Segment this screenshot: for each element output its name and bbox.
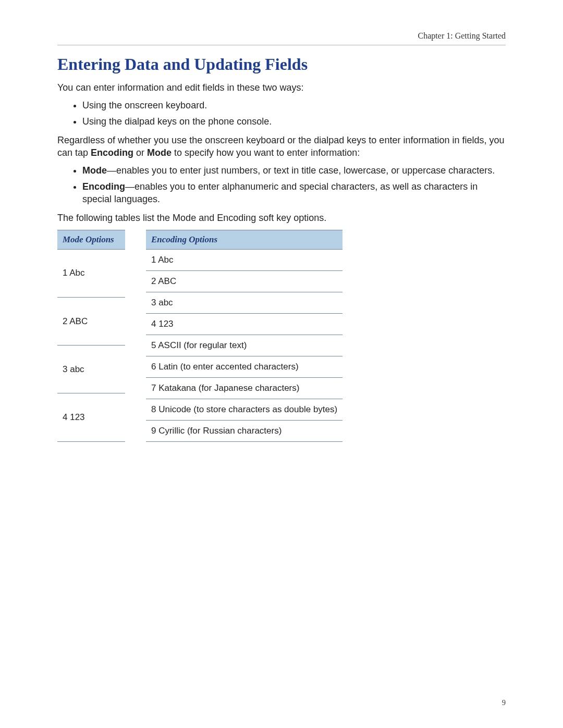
table-row: 6 Latin (to enter accented characters) xyxy=(146,356,342,377)
table-row: 2 ABC xyxy=(57,297,125,345)
table-row: 4 123 xyxy=(57,393,125,441)
page-number: 9 xyxy=(502,699,506,707)
table-cell: 9 Cyrillic (for Russian characters) xyxy=(146,420,342,441)
table-cell: 1 Abc xyxy=(146,249,342,270)
table-cell: 8 Unicode (to store characters as double… xyxy=(146,399,342,420)
text: or xyxy=(133,147,147,158)
table-cell: 5 ASCII (for regular text) xyxy=(146,335,342,356)
text: to specify how you want to enter informa… xyxy=(172,147,360,158)
paragraph: Regardless of whether you use the onscre… xyxy=(57,134,506,159)
chapter-header: Chapter 1: Getting Started xyxy=(57,31,506,41)
table-row: 2 ABC xyxy=(146,270,342,292)
table-row: 4 123 xyxy=(146,313,342,335)
table-cell: 2 ABC xyxy=(57,297,125,345)
table-cell: 3 abc xyxy=(57,346,125,393)
bold-text: Encoding xyxy=(91,147,133,158)
intro-paragraph: You can enter information and edit field… xyxy=(57,81,506,94)
bold-text: Mode xyxy=(147,147,172,158)
text: —enables you to enter alphanumeric and s… xyxy=(82,181,478,204)
table-cell: 3 abc xyxy=(146,292,342,313)
ways-list: Using the onscreen keyboard. Using the d… xyxy=(57,99,506,128)
table-row: 7 Katakana (for Japanese characters) xyxy=(146,377,342,399)
table-cell: 7 Katakana (for Japanese characters) xyxy=(146,377,342,399)
tables-row: Mode Options 1 Abc 2 ABC 3 abc 4 123 Enc… xyxy=(57,230,506,442)
list-item: Using the dialpad keys on the phone cons… xyxy=(82,115,506,128)
table-row: 9 Cyrillic (for Russian characters) xyxy=(146,420,342,441)
table-cell: 4 123 xyxy=(146,313,342,335)
bold-text: Encoding xyxy=(82,181,125,192)
tables-intro-paragraph: The following tables list the Mode and E… xyxy=(57,212,506,224)
list-item: Encoding—enables you to enter alphanumer… xyxy=(82,180,506,206)
section-title: Entering Data and Updating Fields xyxy=(57,55,506,74)
list-item: Mode—enables you to enter just numbers, … xyxy=(82,164,506,177)
table-header: Encoding Options xyxy=(146,230,342,249)
table-row: 8 Unicode (to store characters as double… xyxy=(146,399,342,420)
mode-options-table: Mode Options 1 Abc 2 ABC 3 abc 4 123 xyxy=(57,230,125,442)
table-cell: 1 Abc xyxy=(57,249,125,297)
document-page: Chapter 1: Getting Started Entering Data… xyxy=(0,0,563,728)
table-row: 3 abc xyxy=(57,346,125,393)
encoding-options-table: Encoding Options 1 Abc 2 ABC 3 abc 4 123… xyxy=(146,230,342,442)
definitions-list: Mode—enables you to enter just numbers, … xyxy=(57,164,506,205)
header-rule xyxy=(57,45,506,45)
table-row: 3 abc xyxy=(146,292,342,313)
bold-text: Mode xyxy=(82,165,107,176)
text: —enables you to enter just numbers, or t… xyxy=(107,165,495,176)
table-row: 1 Abc xyxy=(146,249,342,270)
table-cell: 4 123 xyxy=(57,393,125,441)
table-header: Mode Options xyxy=(57,230,125,249)
table-cell: 6 Latin (to enter accented characters) xyxy=(146,356,342,377)
table-row: 5 ASCII (for regular text) xyxy=(146,335,342,356)
table-row: 1 Abc xyxy=(57,249,125,297)
table-cell: 2 ABC xyxy=(146,270,342,292)
list-item: Using the onscreen keyboard. xyxy=(82,99,506,112)
